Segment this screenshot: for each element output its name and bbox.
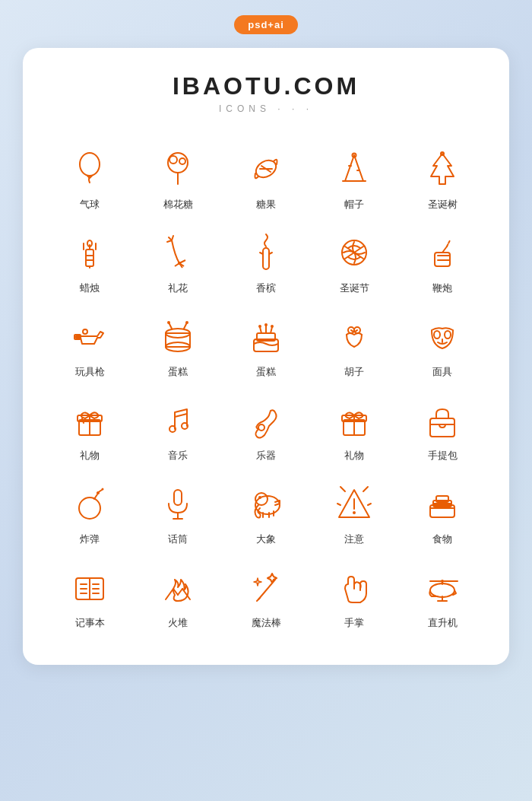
icon-toy-gun: 玩具枪 — [46, 303, 134, 386]
svg-point-52 — [445, 331, 451, 339]
svg-point-64 — [79, 497, 100, 519]
svg-rect-25 — [263, 248, 269, 269]
site-title: IBAOTU.COM — [46, 72, 486, 100]
icon-incense: 香槟 — [222, 219, 310, 303]
icon-attention: 注意 — [310, 470, 398, 554]
svg-line-94 — [178, 589, 182, 595]
svg-line-58 — [175, 414, 187, 417]
icon-bomb: 炸弹 — [46, 470, 134, 554]
icon-elephant: 大象 — [222, 470, 310, 554]
icon-helicopter: 直升机 — [398, 554, 486, 637]
svg-point-47 — [264, 323, 268, 326]
icon-gift2: 礼物 — [310, 386, 398, 470]
icon-beard: 胡子 — [310, 303, 398, 386]
svg-line-21 — [175, 263, 179, 266]
svg-line-97 — [257, 598, 260, 601]
svg-point-46 — [258, 325, 261, 328]
svg-point-59 — [258, 424, 264, 431]
svg-point-67 — [102, 488, 104, 491]
svg-point-103 — [441, 580, 444, 583]
icon-notebook: 记事本 — [46, 554, 134, 637]
svg-point-72 — [255, 493, 268, 505]
svg-point-78 — [353, 511, 356, 514]
icon-candle: 蜡烛 — [46, 219, 134, 303]
icon-wand: 魔法棒 — [222, 554, 310, 637]
svg-line-28 — [442, 246, 447, 253]
icon-drum: 蛋糕 — [134, 303, 222, 386]
svg-line-29 — [447, 240, 450, 246]
svg-line-92 — [166, 589, 173, 599]
card-subtitle: ICONS · · · — [46, 103, 486, 114]
icon-gift1: 礼物 — [46, 386, 134, 470]
svg-line-23 — [179, 260, 185, 263]
icon-handbag: 手提包 — [398, 386, 486, 470]
svg-marker-10 — [431, 154, 454, 184]
icon-fire: 火堆 — [134, 554, 222, 637]
svg-point-0 — [80, 153, 100, 176]
svg-point-51 — [434, 331, 440, 339]
icon-cake: 蛋糕 — [222, 303, 310, 386]
svg-rect-68 — [174, 490, 182, 505]
icon-hand: 手掌 — [310, 554, 398, 637]
icon-food: 食物 — [398, 470, 486, 554]
icon-christmas-tree: 圣诞树 — [398, 135, 486, 219]
svg-line-43 — [260, 327, 261, 333]
icons-grid: 气球 棉花糖 — [46, 135, 486, 637]
svg-point-100 — [430, 583, 454, 597]
svg-rect-12 — [86, 250, 93, 266]
svg-point-3 — [179, 158, 185, 164]
svg-point-40 — [185, 321, 188, 324]
svg-point-33 — [83, 329, 87, 334]
icon-music: 音乐 — [134, 386, 222, 470]
icon-mic: 话筒 — [134, 470, 222, 554]
svg-line-66 — [97, 490, 102, 493]
icon-balloon: 气球 — [46, 135, 134, 219]
icon-fireworks: 礼花 — [134, 219, 222, 303]
icon-instrument: 乐器 — [222, 386, 310, 470]
icon-mask: 面具 — [398, 303, 486, 386]
main-card: IBAOTU.COM ICONS · · · 气球 — [23, 48, 509, 665]
svg-line-45 — [271, 327, 272, 333]
svg-point-39 — [167, 321, 170, 324]
svg-point-73 — [258, 496, 261, 499]
icon-firecracker: 鞭炮 — [398, 219, 486, 303]
icon-candy: 糖果 — [222, 135, 310, 219]
icon-cotton-candy: 棉花糖 — [134, 135, 222, 219]
svg-point-48 — [271, 325, 274, 328]
badge-label: psd+ai — [234, 15, 298, 34]
svg-point-2 — [169, 156, 177, 164]
icon-christmas: 圣诞节 — [310, 219, 398, 303]
svg-rect-35 — [166, 333, 190, 347]
icon-hat: 帽子 — [310, 135, 398, 219]
svg-marker-5 — [345, 155, 363, 181]
